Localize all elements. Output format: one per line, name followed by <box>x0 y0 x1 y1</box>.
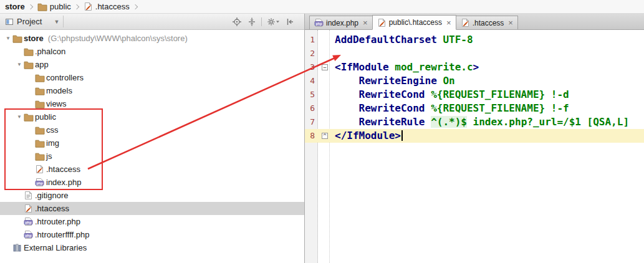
tree-item-label: models <box>46 86 72 95</box>
breadcrumb-item-public[interactable]: public <box>36 2 72 11</box>
tree-item-label: js <box>46 151 52 161</box>
collapse-all-button[interactable] <box>246 17 257 27</box>
fold-gutter-cell <box>318 33 330 47</box>
expand-arrow-icon[interactable]: ▼ <box>4 32 12 45</box>
project-panel-toolbar <box>231 17 300 27</box>
htaccess-file-icon <box>461 18 470 27</box>
tree-item-dot-htaccess[interactable]: .htaccess <box>0 202 304 215</box>
folder-icon <box>24 60 35 70</box>
code-line-6[interactable]: 6 RewriteCond %{REQUEST_FILENAME} !-f <box>305 102 644 115</box>
code-line-7[interactable]: 7 RewriteRule ^(.*)$ index.php?_url=/$1 … <box>305 115 644 129</box>
tree-item-store[interactable]: ▼store(G:\phpstudy\WWW\phalcon\sys\store… <box>0 32 304 45</box>
tree-item-label: index.php <box>46 178 81 187</box>
breadcrumb-item-dot-htaccess[interactable]: .htaccess <box>82 2 131 11</box>
tree-item-label: External Libraries <box>24 243 87 252</box>
expand-arrow-icon[interactable]: ▼ <box>15 110 24 123</box>
code-segment-keyword: RewriteCond <box>359 88 431 100</box>
chevron-down-icon: ▼ <box>54 19 59 25</box>
editor-tab-public-htaccess[interactable]: public\.htaccess× <box>372 15 456 30</box>
tree-item-img[interactable]: img <box>0 136 304 150</box>
code-line-1[interactable]: 1AddDefaultCharset UTF-8 <box>305 33 644 47</box>
tab-label: .htaccess <box>473 19 504 27</box>
fold-gutter-cell <box>318 102 330 115</box>
tree-item-dot-gitignore[interactable]: .gitignore <box>0 189 304 202</box>
breadcrumb-chevron-icon <box>132 4 137 9</box>
code-text: RewriteEngine On <box>330 74 455 88</box>
code-text: RewriteCond %{REQUEST_FILENAME} !-d <box>330 88 569 102</box>
code-line-3[interactable]: 3−<IfModule mod_rewrite.c> <box>305 60 644 74</box>
tree-item-dot-htrouterffff-php[interactable]: php.htrouterffff.php <box>0 228 304 241</box>
code-segment-plain <box>335 75 359 87</box>
code-line-5[interactable]: 5 RewriteCond %{REQUEST_FILENAME} !-d <box>305 88 644 102</box>
code-segment-value: mod_rewrite.c <box>395 61 473 73</box>
code-segment-value-injected: ^(.*)$ <box>431 116 467 128</box>
line-number: 7 <box>305 115 318 129</box>
php-file-icon: php <box>314 18 324 27</box>
code-segment-plain <box>467 116 473 128</box>
editor-tab-bar: phpindex.php×public\.htaccess×.htaccess× <box>305 14 644 30</box>
breadcrumb-chevron-icon <box>28 4 33 9</box>
expand-arrow-icon[interactable]: ▼ <box>15 58 24 71</box>
close-tab-icon[interactable]: × <box>363 19 368 27</box>
tree-item-label: public <box>35 112 56 122</box>
breadcrumb-label: public <box>50 2 71 11</box>
editor[interactable]: 1AddDefaultCharset UTF-823−<IfModule mod… <box>305 30 644 263</box>
folder-icon <box>35 151 46 161</box>
fold-marker-start-icon[interactable]: − <box>318 60 330 74</box>
tree-item-label: .htaccess <box>46 165 80 174</box>
project-panel-header: Project ▼ <box>0 14 304 30</box>
tree-item-dot-htaccess[interactable]: .htaccess <box>0 163 304 176</box>
tree-item-label: .phalcon <box>35 47 65 56</box>
line-number: 2 <box>305 47 318 60</box>
code-text: RewriteRule ^(.*)$ index.php?_url=/$1 [Q… <box>330 115 629 129</box>
folder-icon <box>35 125 46 135</box>
fold-gutter-cell <box>318 88 330 102</box>
project-view-selector[interactable]: Project ▼ <box>4 16 64 27</box>
tree-item-label: controllers <box>46 73 84 82</box>
tree-item-controllers[interactable]: controllers <box>0 71 304 84</box>
project-tool-window: Project ▼ ▼store(G:\phpstudy\WWW\phalcon… <box>0 14 305 263</box>
folder-icon <box>35 86 46 96</box>
folder-icon <box>24 112 35 122</box>
tree-item-label: app <box>35 60 49 69</box>
hide-button[interactable] <box>284 17 296 27</box>
code-line-4[interactable]: 4 RewriteEngine On <box>305 74 644 88</box>
tree-item-dot-phalcon[interactable]: .phalcon <box>0 45 304 58</box>
fold-gutter-cell <box>318 115 330 129</box>
tree-item-models[interactable]: models <box>0 84 304 97</box>
code-segment-keyword: RewriteRule <box>359 116 431 128</box>
svg-text:php: php <box>316 22 323 26</box>
editor-tab-index-php[interactable]: phpindex.php× <box>309 16 373 29</box>
code-line-2[interactable]: 2 <box>305 47 644 60</box>
line-number: 1 <box>305 33 318 47</box>
code-segment-plain <box>335 88 359 100</box>
tree-item-path: (G:\phpstudy\WWW\phalcon\sys\store) <box>48 34 188 43</box>
htaccess-file-icon <box>35 165 46 175</box>
close-tab-icon[interactable]: × <box>508 19 513 27</box>
tree-item-index-php[interactable]: phpindex.php <box>0 176 304 189</box>
close-tab-icon[interactable]: × <box>446 19 451 27</box>
settings-button[interactable] <box>266 17 281 27</box>
tree-item-public[interactable]: ▼public <box>0 110 304 123</box>
text-cursor <box>401 130 403 141</box>
folder-icon <box>35 99 46 109</box>
tree-item-label: .htaccess <box>35 204 69 213</box>
editor-tab-dot-htaccess[interactable]: .htaccess× <box>456 16 518 29</box>
tree-item-dot-htrouter-php[interactable]: php.htrouter.php <box>0 215 304 228</box>
code-segment-value: %{REQUEST_FILENAME} !-f <box>431 102 569 114</box>
tree-item-views[interactable]: views <box>0 97 304 110</box>
tree-item-external-libraries[interactable]: External Libraries <box>0 241 304 254</box>
code-line-8[interactable]: 8^</IfModule> <box>305 129 644 143</box>
main-split: Project ▼ ▼store(G:\phpstudy\WWW\phalcon… <box>0 14 644 263</box>
line-number: 5 <box>305 88 318 102</box>
code-segment-plain <box>335 116 359 128</box>
fold-marker-end-icon[interactable]: ^ <box>318 129 330 143</box>
locate-button[interactable] <box>231 17 243 27</box>
breadcrumb-item-store[interactable]: store <box>4 2 26 11</box>
code-segment-keyword: > <box>473 61 479 73</box>
folder-icon <box>37 2 47 11</box>
tree-item-js[interactable]: js <box>0 150 304 163</box>
svg-text:php: php <box>26 234 32 237</box>
tree-item-app[interactable]: ▼app <box>0 58 304 71</box>
tree-item-css[interactable]: css <box>0 123 304 136</box>
